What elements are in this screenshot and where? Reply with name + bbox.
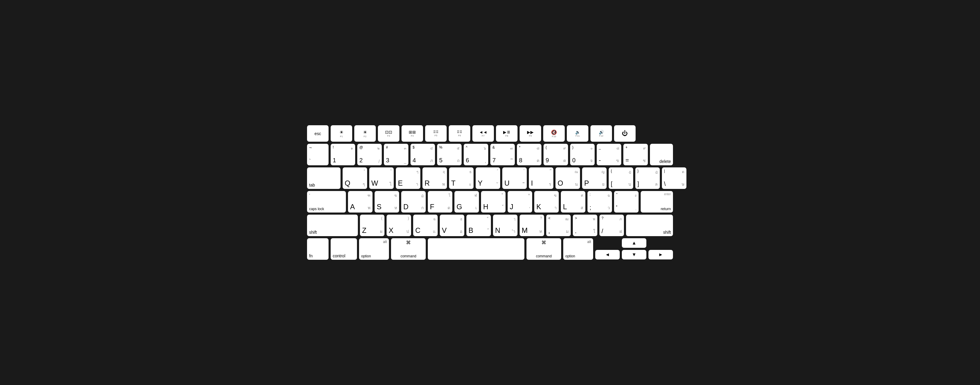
key-3[interactable]: #๓ 3_ (384, 144, 408, 165)
key-r[interactable]: ฤ Rพ (422, 167, 447, 189)
arrow-keys: ▲ ◄ ▼ ► (595, 238, 673, 260)
key-enter[interactable]: enter return (641, 191, 673, 213)
keyboard: esc ☀F1 ☀F2 ⊡⊡F3 ⊞⊞F4 ⠿⠿F5 ⠿⠿F6 ◄◄F7 ▶⏸F… (302, 120, 678, 265)
key-command-right[interactable]: ⌘ command (527, 238, 561, 260)
key-f2[interactable]: ☀F2 (354, 125, 376, 142)
arrow-spacer (595, 238, 620, 248)
fn-row: esc ☀F1 ☀F2 ⊡⊡F3 ⊞⊞F4 ⠿⠿F5 ⠿⠿F6 ◄◄F7 ▶⏸F… (307, 125, 673, 142)
key-fn[interactable]: fn (307, 238, 329, 260)
key-s[interactable]: ฆ Sห (375, 191, 399, 213)
key-slash[interactable]: ?ภ /ฝ (600, 215, 624, 236)
key-0[interactable]: )๐ 0จ (570, 144, 595, 165)
key-d[interactable]: ฏ Dก (401, 191, 426, 213)
key-f1[interactable]: ☀F1 (331, 125, 352, 142)
key-m[interactable]: ? Mท (520, 215, 544, 236)
key-f12[interactable]: 🔊F12 (590, 125, 612, 142)
key-period[interactable]: >พ .ใ (573, 215, 597, 236)
key-bracket-open[interactable]: {ฎ [บ (609, 167, 633, 189)
key-i[interactable]: ๊ Iร (529, 167, 554, 189)
key-comma[interactable]: <ฒ ,ม (546, 215, 571, 236)
key-power[interactable]: ⏻ (614, 125, 636, 142)
key-alt-right[interactable]: alt option (563, 238, 593, 260)
zxcv-row: shift ( Zผ ) Xป ฉ Cแ ฮ Vอ ็ B้ ๅ Nำ (307, 215, 673, 236)
key-2[interactable]: @๒ 2/ (357, 144, 382, 165)
key-command-left[interactable]: ⌘ command (391, 238, 426, 260)
key-p[interactable]: ญ Pย (582, 167, 606, 189)
key-4[interactable]: $๔ 4ภ (410, 144, 435, 165)
key-1[interactable]: !๑ 1 (331, 144, 355, 165)
key-f9[interactable]: ▶▶F9 (520, 125, 541, 142)
key-equals[interactable]: +๙ =ช (623, 144, 648, 165)
key-f10[interactable]: 🔇F10 (543, 125, 565, 142)
key-l[interactable]: ศ Lส (561, 191, 585, 213)
key-8[interactable]: *๘ 8ค (517, 144, 541, 165)
key-quote[interactable]: "ง '. (614, 191, 639, 213)
asdf-row: • caps lock ฑ Aพ ฆ Sห ฏ Dก โ Fด ฬ Gเ ็ (307, 191, 673, 213)
key-x[interactable]: ) Xป (387, 215, 411, 236)
key-tilde[interactable]: ~ ` (307, 144, 329, 165)
key-9[interactable]: (๙ 9ต (544, 144, 568, 165)
key-arrow-up[interactable]: ▲ (622, 238, 646, 248)
key-f4[interactable]: ⊞⊞F4 (401, 125, 423, 142)
arrow-spacer2 (648, 238, 673, 248)
qwerty-row: tab ° Qๆ " Wไ ๆ Eา ฤ Rพ ธ Tะ ์ Yั (307, 167, 673, 189)
key-f5[interactable]: ⠿⠿F5 (425, 125, 447, 142)
key-o[interactable]: ณ Oน (555, 167, 580, 189)
key-f7[interactable]: ◄◄F7 (473, 125, 494, 142)
key-caps-lock[interactable]: • caps lock (307, 191, 346, 213)
key-t[interactable]: ธ Tะ (449, 167, 474, 189)
key-5[interactable]: %๕ 5ถ (437, 144, 461, 165)
key-g[interactable]: ฬ Gเ (454, 191, 479, 213)
key-h[interactable]: ็ H้ (481, 191, 506, 213)
key-bracket-close[interactable]: }ฏ ]ล (635, 167, 660, 189)
key-arrow-right[interactable]: ► (648, 250, 673, 259)
key-6[interactable]: ^๖ 6ุ (464, 144, 488, 165)
key-n[interactable]: ๅ Nำ (493, 215, 517, 236)
key-f3[interactable]: ⊡⊡F3 (378, 125, 399, 142)
key-q[interactable]: ° Qๆ (343, 167, 367, 189)
key-z[interactable]: ( Zผ (360, 215, 385, 236)
key-f6[interactable]: ⠿⠿F6 (449, 125, 470, 142)
number-row: ~ ` !๑ 1 @๒ 2/ #๓ 3_ $๔ 4ภ %๕ 5ถ (307, 144, 673, 165)
key-w[interactable]: " Wไ (369, 167, 394, 189)
key-f11[interactable]: 🔉F11 (567, 125, 589, 142)
key-y[interactable]: ์ Yั (476, 167, 500, 189)
key-esc[interactable]: esc (307, 125, 329, 142)
key-semicolon[interactable]: :ฉ ;ว (587, 191, 612, 213)
key-alt-left[interactable]: alt option (359, 238, 389, 260)
bottom-row: fn control alt option ⌘ command ⌘ comman… (307, 238, 673, 260)
key-arrow-left[interactable]: ◄ (595, 250, 620, 259)
key-backslash[interactable]: |ต \ษ (662, 167, 686, 189)
key-f8[interactable]: ▶⏸F8 (496, 125, 517, 142)
key-control[interactable]: control (331, 238, 357, 260)
key-arrow-down[interactable]: ▼ (622, 250, 646, 259)
key-a[interactable]: ฑ Aพ (348, 191, 372, 213)
key-7[interactable]: &๗ 7ึ (490, 144, 515, 165)
key-shift-right[interactable]: shift (626, 215, 673, 236)
key-spacebar[interactable] (428, 238, 524, 260)
key-k[interactable]: ฃ Kา (534, 191, 559, 213)
key-c[interactable]: ฉ Cแ (413, 215, 438, 236)
key-f[interactable]: โ Fด (428, 191, 452, 213)
key-j[interactable]: + J' (508, 191, 532, 213)
key-tab[interactable]: tab (307, 167, 340, 189)
key-b[interactable]: ็ B้ (466, 215, 491, 236)
key-e[interactable]: ๆ Eา (396, 167, 420, 189)
key-u[interactable]: ๋ Uี (502, 167, 527, 189)
key-delete[interactable]: delete (650, 144, 673, 165)
key-minus[interactable]: _๘ -ข (597, 144, 621, 165)
key-shift-left[interactable]: shift (307, 215, 358, 236)
key-v[interactable]: ฮ Vอ (440, 215, 464, 236)
